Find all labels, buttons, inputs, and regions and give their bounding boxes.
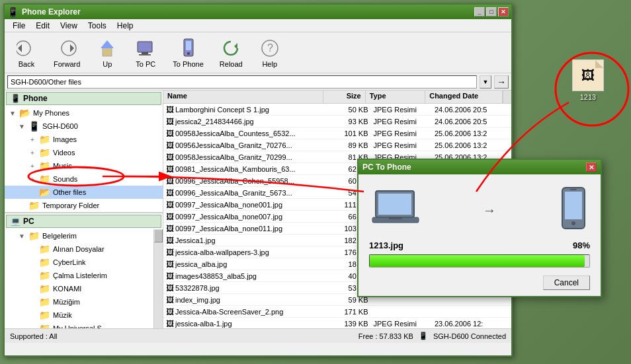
reload-button[interactable]: Reload xyxy=(214,35,248,71)
tree-my-phones[interactable]: ▼ 📂 My Phones xyxy=(5,106,163,120)
minimize-button[interactable]: _ xyxy=(474,7,485,17)
table-row[interactable]: 🖼00958JessicaAlba_Countess_6532... 101 K… xyxy=(163,127,511,139)
tree-item-label: Music xyxy=(53,162,72,170)
tree-sounds[interactable]: + 📁 Sounds xyxy=(5,172,163,186)
tree-music[interactable]: + 📁 Music xyxy=(5,159,163,172)
table-row[interactable]: 🖼jessica-alba-1.jpg 139 KB JPEG Resimi 2… xyxy=(163,318,511,328)
table-row[interactable]: 🖼jessica2_214834466.jpg 93 KB JPEG Resim… xyxy=(163,116,511,127)
file-list-header: Name Size Type Changed Date xyxy=(163,91,511,104)
back-label: Back xyxy=(19,60,34,68)
back-button[interactable]: Back xyxy=(10,35,43,71)
address-bar: ▼ → xyxy=(5,73,511,91)
folder-icon: 📁 xyxy=(39,297,50,307)
menu-tools[interactable]: Tools xyxy=(83,20,112,32)
folder-icon: 📁 xyxy=(39,310,50,320)
pc-section-icon: 💻 xyxy=(11,217,21,226)
dialog-cancel-row: Cancel xyxy=(369,275,590,290)
pc-section: 💻 PC ▼ 📁 Belgelerim 📁 Alınan Dosy xyxy=(5,212,163,328)
svg-point-11 xyxy=(187,52,190,55)
dialog-title: PC To Phone xyxy=(362,163,411,172)
tree-temp-folder[interactable]: 📁 Temporary Folder xyxy=(5,199,163,212)
menu-bar: File Edit View Tools Help xyxy=(5,19,511,32)
table-row[interactable]: 🖼00956JessicaAlba_Granitz_70276... 89 KB… xyxy=(163,139,511,151)
menu-help[interactable]: Help xyxy=(112,20,139,32)
help-label: Help xyxy=(262,60,277,68)
tree-belgelerim[interactable]: ▼ 📁 Belgelerim xyxy=(5,229,153,242)
tree-videos[interactable]: + 📁 Videos xyxy=(5,146,163,159)
svg-rect-7 xyxy=(142,52,148,54)
address-dropdown[interactable]: ▼ xyxy=(480,75,491,89)
folder-icon: 📁 xyxy=(39,161,50,171)
help-button[interactable]: ? Help xyxy=(253,35,286,71)
col-size-header[interactable]: Size xyxy=(323,91,366,103)
phone-icon xyxy=(557,185,590,235)
tree-cyberlink[interactable]: 📁 CyberLink xyxy=(5,256,153,269)
svg-point-21 xyxy=(571,221,575,225)
forward-label: Forward xyxy=(54,60,80,68)
col-name-header[interactable]: Name xyxy=(163,91,323,103)
to-pc-button[interactable]: To PC xyxy=(129,35,162,71)
table-row[interactable]: 🖼Lamborghini Concept S 1.jpg 50 KB JPEG … xyxy=(163,104,511,116)
to-phone-button[interactable]: To Phone xyxy=(167,35,208,71)
tree-sgh-d600[interactable]: ▼ 📱 SGH-D600 xyxy=(5,120,163,133)
address-go-button[interactable]: → xyxy=(494,75,509,89)
menu-edit[interactable]: Edit xyxy=(30,20,55,32)
folder-icon: 📁 xyxy=(39,174,50,184)
tree-item-label: My Phones xyxy=(33,109,69,117)
cancel-button[interactable]: Cancel xyxy=(543,275,590,290)
close-button[interactable]: ✕ xyxy=(498,7,509,17)
expand-icon: ▼ xyxy=(18,233,26,240)
folder-icon: 📂 xyxy=(19,108,30,118)
menu-file[interactable]: File xyxy=(7,20,30,32)
tree-konami[interactable]: 📁 KONAMI xyxy=(5,282,153,295)
col-date-header[interactable]: Changed Date xyxy=(425,91,503,103)
svg-marker-5 xyxy=(101,40,114,48)
tree-alinan[interactable]: 📁 Alınan Dosyalar xyxy=(5,242,153,256)
left-pane-scrollbar[interactable] xyxy=(153,229,163,328)
tree-calma[interactable]: 📁 Çalma Listelerim xyxy=(5,269,153,282)
desktop-icon[interactable]: 🖼 1213 xyxy=(568,59,608,101)
toolbar: Back Forward Up xyxy=(5,32,511,73)
folder-icon: 📁 xyxy=(39,270,50,281)
dialog-close-button[interactable]: ✕ xyxy=(586,163,597,172)
folder-icon: 📁 xyxy=(39,134,50,145)
tree-images[interactable]: + 📁 Images xyxy=(5,133,163,146)
expand-icon: + xyxy=(28,176,36,183)
phone-section-icon: 📱 xyxy=(11,94,21,103)
dialog-body: → 1213.jpg 98% Cancel xyxy=(358,174,601,301)
menu-view[interactable]: View xyxy=(55,20,83,32)
tree-item-label: Müzik xyxy=(53,311,72,319)
address-input[interactable] xyxy=(7,75,477,89)
maximize-button[interactable]: □ xyxy=(486,7,497,17)
up-button[interactable]: Up xyxy=(91,35,124,71)
tree-item-label: Belgelerim xyxy=(42,232,77,240)
status-connection: SGH-D600 Connected xyxy=(433,332,506,340)
forward-button[interactable]: Forward xyxy=(48,35,85,71)
svg-rect-22 xyxy=(570,189,577,190)
table-row[interactable]: 🖼Jessica-Alba-ScreenSaver_2.png 171 KB xyxy=(163,306,511,318)
tree-my-universal[interactable]: 📁 My Universal S... xyxy=(5,322,153,328)
window-title: Phone Explorer xyxy=(22,7,474,17)
folder-icon: 📁 xyxy=(39,323,50,328)
dialog-icons-row: → xyxy=(369,185,590,235)
phone-section-header: 📱 Phone xyxy=(6,92,161,105)
title-bar: 📱 Phone Explorer _ □ ✕ xyxy=(5,5,511,19)
folder-icon: 📁 xyxy=(39,244,50,254)
tree-muzik[interactable]: 📁 Müzik xyxy=(5,309,153,322)
svg-marker-1 xyxy=(18,44,22,52)
progress-bar xyxy=(370,255,585,267)
left-pane: 📱 Phone ▼ 📂 My Phones ▼ 📱 SGH-D600 + 📁 I… xyxy=(5,91,163,328)
expand-icon: + xyxy=(28,136,36,143)
reload-icon xyxy=(220,38,241,59)
tree-item-label: Sounds xyxy=(53,175,77,183)
to-phone-label: To Phone xyxy=(173,60,203,68)
tree-other-files[interactable]: 📂 Other files xyxy=(5,186,163,199)
dialog-filename: 1213.jpg xyxy=(369,240,403,250)
tree-muzigim[interactable]: 📁 Müziğim xyxy=(5,295,153,309)
expand-icon: ▼ xyxy=(9,110,17,117)
to-phone-icon xyxy=(178,38,199,59)
col-type-header[interactable]: Type xyxy=(366,91,426,103)
dialog-title-bar: PC To Phone ✕ xyxy=(358,160,601,174)
reload-label: Reload xyxy=(220,60,243,68)
expand-icon: + xyxy=(28,163,36,170)
